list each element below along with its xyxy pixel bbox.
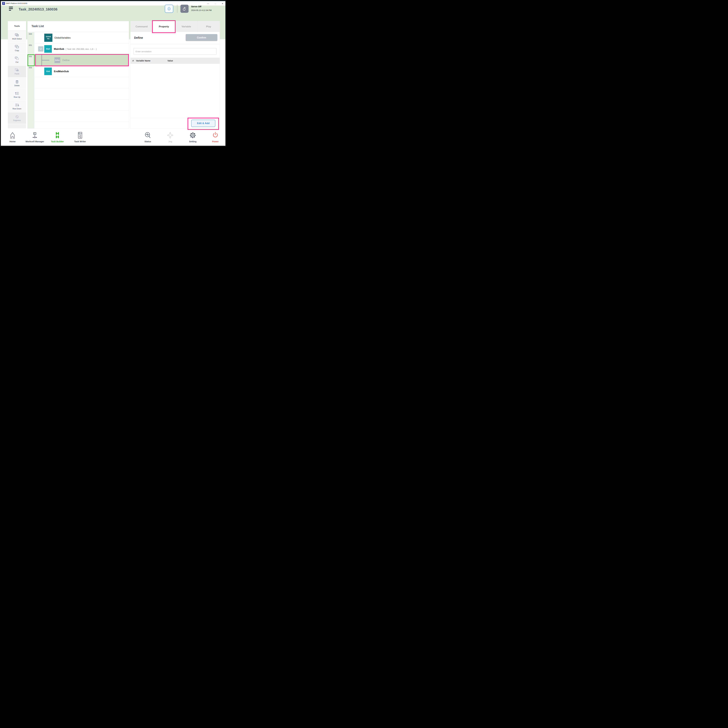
workcell-manager-icon [23,131,46,139]
home-icon [1,131,24,139]
col-variable-name: Variable Name [136,60,167,62]
nav-setting[interactable]: Setting [181,131,205,143]
row-label-text: MainSub [54,47,64,50]
status-icon [136,131,159,139]
minimize-button[interactable]: — [207,3,209,5]
tool-row-up[interactable]: Row Up [8,89,26,101]
row-up-icon [15,92,19,95]
nav-label: Jog [159,140,182,143]
panel-tabs: Command Property Variable Play [130,21,220,32]
app-window: D DART-Platform GV02110200 — □ ✕ Task_20… [0,0,226,147]
define-badge: Define [55,57,60,63]
tab-variable[interactable]: Variable [175,21,197,32]
property-panel: Command Property Variable Play Define Co… [130,21,220,128]
tool-delete[interactable]: Delete [8,78,26,89]
tool-label: Multi-Select [12,38,22,40]
suppress-icon [15,115,19,119]
tool-label: Row Up [14,96,20,98]
nav-label: Task Builder [46,140,69,143]
task-writer-icon [69,131,92,139]
tools-sidebar: Tools Multi-Select Copy [8,21,26,128]
col-number: # [130,60,136,62]
hand-guide-button[interactable] [180,5,188,13]
empty-row [28,88,129,99]
confirm-button[interactable]: Confirm [186,34,217,41]
chevron-down-icon [39,48,42,50]
row-number: 001 [29,44,32,46]
nav-label: Workcell Manager [23,140,46,143]
jog-icon [159,131,182,139]
empty-row [28,111,129,122]
tool-copy[interactable]: Copy [8,43,26,54]
gripper-icon [167,6,171,11]
maximize-button[interactable]: □ [215,3,216,5]
row-label: MainSub ( Task Vel. 250.000, Acc. 1,0⋯ ) [54,43,97,55]
nav-power[interactable]: Power [204,131,226,143]
servo-status: Servo Off [191,5,201,8]
collapse-button[interactable] [38,46,43,52]
tool-label: Suppress [13,119,21,121]
close-button[interactable]: ✕ [222,3,223,5]
nav-label: Home [1,140,24,143]
nav-label: Task Writer [69,140,92,143]
copy-icon [15,45,19,49]
col-value: Value [167,60,173,62]
nav-label: Status [136,140,159,143]
tools-title: Tools [8,21,26,31]
power-icon [204,131,226,139]
tool-cut[interactable]: Cut [8,54,26,66]
task-row-000[interactable]: 000 Global Var. GlobalVariables [28,32,129,43]
status-timestamp: 2024.05.13 4:12:34 PM [191,9,211,11]
row-label: EndMainSub [54,66,69,77]
tool-row-down[interactable]: Row Down [8,101,26,112]
tab-command[interactable]: Command [130,21,153,32]
tool-label: Copy [15,49,19,52]
annotation-input[interactable] [134,48,217,55]
nav-label: Setting [181,140,205,143]
hand-icon [182,6,187,11]
nav-task-writer[interactable]: Task Writer [69,131,92,143]
start-badge: Start [44,45,52,53]
end-badge: End [44,67,52,75]
tool-label: Cut [15,61,18,63]
row-number: 000 [29,33,32,35]
nav-workcell-manager[interactable]: Workcell Manager [23,131,46,143]
tool-label: Paste [15,73,19,75]
nav-status[interactable]: Status [136,131,159,143]
empty-row [28,77,129,88]
task-list-panel: Task List 000 Global Var. GlobalVariable… [28,21,129,128]
task-row-002-selected[interactable]: 002 Define Define [28,55,129,66]
tool-label: Delete [14,84,20,87]
tool-suppress: Suppress [8,112,26,124]
nav-label: Power [204,140,226,143]
empty-row [28,122,129,128]
title-bar: D DART-Platform GV02110200 — □ ✕ [1,1,225,6]
edit-add-button[interactable]: Edit & Add [191,120,215,127]
row-number: 002 [29,55,32,58]
task-list-header: Task List [28,21,129,32]
tool-label: Row Down [12,108,21,110]
empty-row [28,99,129,111]
page-title: Task_20240513_160036 [18,7,57,11]
selected-row-highlight [36,55,128,66]
nav-home[interactable]: Home [1,131,24,143]
tool-multi-select[interactable]: Multi-Select [8,31,26,42]
task-row-001[interactable]: 001 Start MainSub ( Task Vel. 250.000, A… [28,43,129,55]
menu-icon[interactable] [9,7,14,11]
window-title: DART-Platform GV02110200 [6,3,27,4]
task-list-title: Task List [31,24,44,28]
variable-table-header: # Variable Name Value [130,58,220,64]
nav-jog: Jog [159,131,182,143]
row-label: Define [63,55,70,66]
delete-icon [15,80,19,84]
tree-connector-branch [41,60,49,60]
tab-play[interactable]: Play [197,21,220,32]
tab-property[interactable]: Property [153,21,175,32]
setting-icon [181,131,205,139]
task-row-003[interactable]: 003 End EndMainSub [28,66,129,77]
gripper-button[interactable] [165,5,173,13]
paste-icon [15,68,19,72]
nav-task-builder[interactable]: Task Builder [46,131,69,143]
tool-partial-item [8,124,26,128]
row-label: GlobalVariables [54,32,70,43]
